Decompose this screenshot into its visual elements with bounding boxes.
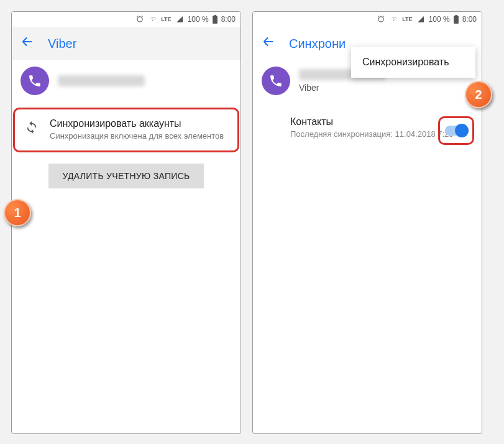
- phone-screen-1: LTE 100 % 8:00 Viber: [11, 11, 241, 434]
- wifi-icon: [389, 16, 398, 23]
- account-type-label: Viber: [299, 83, 386, 93]
- clock: 8:00: [221, 15, 236, 24]
- network-label: LTE: [402, 16, 412, 22]
- status-bar: LTE 100 % 8:00: [12, 12, 241, 27]
- battery-percent: 100 %: [188, 15, 209, 24]
- app-bar: Viber: [12, 27, 241, 60]
- battery-icon: [454, 15, 459, 24]
- sync-icon: [25, 121, 39, 137]
- sync-accounts-title: Синхронизировать аккаунты: [50, 118, 224, 129]
- sync-accounts-row[interactable]: Синхронизировать аккаунты Синхронизация …: [13, 108, 239, 152]
- account-header: [12, 60, 241, 108]
- battery-percent: 100 %: [429, 15, 450, 24]
- clock: 8:00: [462, 15, 477, 24]
- sync-popup-menu-item[interactable]: Синхронизировать: [351, 47, 475, 78]
- battery-icon: [213, 15, 218, 24]
- viber-logo-icon: [21, 67, 49, 95]
- status-bar: LTE 100 % 8:00: [253, 12, 482, 27]
- signal-icon: [416, 16, 425, 23]
- network-label: LTE: [161, 16, 171, 22]
- toggle-highlight: [438, 116, 474, 145]
- phone-screen-2: LTE 100 % 8:00 Синхрони Синхронизировать…: [252, 11, 482, 434]
- account-name-blurred: [58, 75, 145, 86]
- viber-logo-icon: [262, 67, 290, 95]
- step-badge-1: 1: [4, 199, 31, 226]
- alarm-icon: [135, 15, 144, 24]
- sync-accounts-subtitle: Синхронизация включена для всех элементо…: [50, 131, 224, 142]
- back-arrow-icon[interactable]: [21, 35, 34, 52]
- delete-account-button[interactable]: УДАЛИТЬ УЧЕТНУЮ ЗАПИСЬ: [48, 164, 204, 188]
- page-title: Viber: [48, 37, 76, 51]
- signal-icon: [175, 16, 184, 23]
- back-arrow-icon[interactable]: [262, 35, 275, 52]
- step-badge-2: 2: [465, 81, 492, 108]
- alarm-icon: [377, 15, 385, 24]
- page-title: Синхрони: [289, 37, 346, 51]
- contacts-sync-toggle[interactable]: [445, 126, 467, 136]
- wifi-icon: [148, 16, 157, 23]
- contacts-sync-row[interactable]: Контакты Последняя синхронизация: 11.04.…: [253, 108, 482, 149]
